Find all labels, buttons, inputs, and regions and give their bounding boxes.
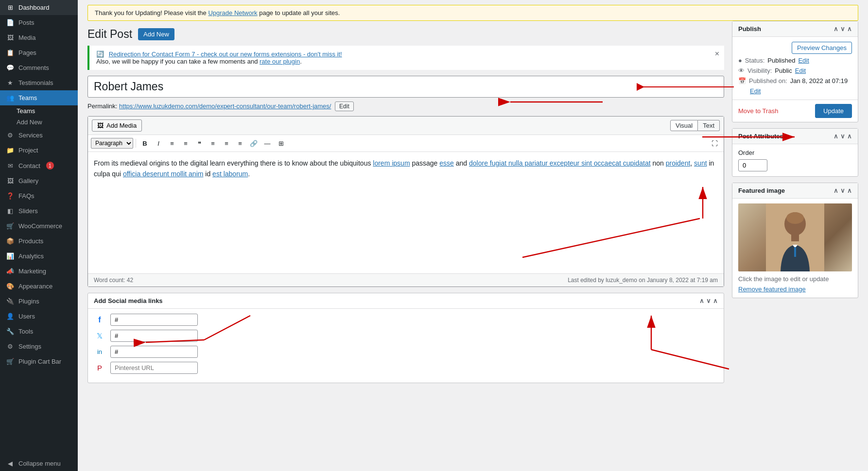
ol-button[interactable]: ≡ xyxy=(179,137,192,150)
preview-changes-button[interactable]: Preview Changes xyxy=(792,42,852,54)
align-center-button[interactable]: ≡ xyxy=(220,137,233,150)
collapse-menu[interactable]: ◀ Collapse menu xyxy=(0,456,78,471)
visibility-icon: 👁 xyxy=(738,67,745,74)
chevron-up-icon: ∧ xyxy=(699,297,704,304)
paragraph-select[interactable]: Paragraph Heading 1 Heading 2 xyxy=(91,138,133,149)
sidebar-item-posts[interactable]: 📄 Posts xyxy=(0,15,78,30)
post-title-input[interactable] xyxy=(87,76,724,98)
rate-plugin-link[interactable]: rate our plugin xyxy=(260,58,300,65)
add-new-button[interactable]: Add New xyxy=(138,28,174,40)
blockquote-button[interactable]: ❝ xyxy=(193,137,206,150)
post-attributes-icons[interactable]: ∧ ∨ ∧ xyxy=(833,133,852,140)
sidebar-item-pages[interactable]: 📋 Pages xyxy=(0,45,78,60)
align-left-button[interactable]: ≡ xyxy=(207,137,219,150)
sidebar-item-tools[interactable]: 🔧 Tools xyxy=(0,324,78,339)
post-attr-close: ∧ xyxy=(847,133,852,140)
sidebar-sub-teams[interactable]: Teams xyxy=(0,105,78,117)
sidebar-item-appearance[interactable]: 🎨 Appearance xyxy=(0,279,78,294)
published-edit-link[interactable]: Edit xyxy=(750,87,761,95)
plugin-notice-link[interactable]: Redirection for Contact Form 7 - check o… xyxy=(109,50,342,58)
sidebar-item-plugins[interactable]: 🔌 Plugins xyxy=(0,294,78,309)
sidebar-item-marketing[interactable]: 📣 Marketing xyxy=(0,264,78,279)
sidebar-item-dashboard[interactable]: ⊞ Dashboard xyxy=(0,0,78,15)
update-button[interactable]: Update xyxy=(815,104,852,118)
hr-button[interactable]: — xyxy=(261,137,274,150)
order-input[interactable] xyxy=(738,159,767,171)
plugin-cart-bar-icon: 🛒 xyxy=(6,358,15,365)
analytics-icon: 📊 xyxy=(6,252,15,260)
sidebar-item-media[interactable]: 🖼 Media xyxy=(0,30,78,45)
visibility-edit-link[interactable]: Edit xyxy=(795,67,806,74)
tab-text[interactable]: Text xyxy=(698,120,720,131)
dolore-link[interactable]: dolore fugiat nulla pariatur excepteur s… xyxy=(469,159,651,167)
link-button[interactable]: 🔗 xyxy=(247,137,260,150)
ul-button[interactable]: ≡ xyxy=(166,137,178,150)
featured-image-icons[interactable]: ∧ ∨ ∧ xyxy=(833,187,852,194)
add-media-button[interactable]: 🖼 Add Media xyxy=(92,119,142,132)
linkedin-input[interactable] xyxy=(110,346,198,358)
move-trash-link[interactable]: Move to Trash xyxy=(738,107,778,115)
products-icon: 📦 xyxy=(6,237,15,245)
featured-image-img[interactable] xyxy=(738,203,852,271)
featured-image-header: Featured image ∧ ∨ ∧ xyxy=(732,183,858,199)
plugin-notice-close[interactable]: × xyxy=(715,50,719,58)
post-attributes-title: Post Attributes xyxy=(738,133,783,140)
italic-button[interactable]: I xyxy=(152,137,165,150)
featured-image-title: Featured image xyxy=(738,187,785,194)
sidebar-item-project[interactable]: 📁 Project xyxy=(0,143,78,158)
sidebar-item-analytics[interactable]: 📊 Analytics xyxy=(0,249,78,264)
fullscreen-button[interactable]: ⛶ xyxy=(708,137,721,150)
sidebar-item-users[interactable]: 👤 Users xyxy=(0,309,78,324)
tools-icon: 🔧 xyxy=(6,328,15,335)
pinterest-input[interactable] xyxy=(110,362,198,374)
upgrade-network-link[interactable]: Upgrade Network xyxy=(208,9,257,17)
sidebar-item-services[interactable]: ⚙ Services xyxy=(0,128,78,143)
sidebar-item-woocommerce[interactable]: 🛒 WooCommerce xyxy=(0,219,78,234)
pinterest-icon: P xyxy=(94,364,105,372)
featured-image-box: Featured image ∧ ∨ ∧ xyxy=(732,183,858,298)
sidebar-item-testimonials[interactable]: ★ Testimonials xyxy=(0,75,78,90)
lorem-ipsum-link[interactable]: lorem ipsum xyxy=(373,159,410,167)
esse-link[interactable]: esse xyxy=(439,159,454,167)
sidebar-item-gallery[interactable]: 🖼 Gallery xyxy=(0,173,78,188)
sidebar-item-settings[interactable]: ⚙ Settings xyxy=(0,339,78,354)
sidebar-sub-add-new[interactable]: Add New xyxy=(0,117,78,128)
publish-chevron-up: ∧ xyxy=(833,25,838,33)
project-icon: 📁 xyxy=(6,147,15,154)
est-laborum-link[interactable]: est laborum xyxy=(212,170,248,178)
plugin-notice-icon: 🔄 xyxy=(96,50,104,58)
permalink-edit-button[interactable]: Edit xyxy=(335,101,354,111)
toggle-expand-icon: ∧ xyxy=(713,297,718,304)
sidebar-item-products[interactable]: 📦 Products xyxy=(0,234,78,249)
sidebar-item-contact[interactable]: ✉ Contact 1 xyxy=(0,158,78,173)
services-icon: ⚙ xyxy=(6,132,15,139)
officia-link[interactable]: officia deserunt mollit anim xyxy=(123,170,203,178)
sidebar-item-faqs[interactable]: ❓ FAQs xyxy=(0,188,78,203)
proident-link[interactable]: proident xyxy=(666,159,691,167)
social-links-toggle[interactable]: ∧ ∨ ∧ xyxy=(699,297,718,304)
teams-icon: 👥 xyxy=(6,94,15,101)
twitter-row: 𝕏 xyxy=(94,330,718,342)
bold-button[interactable]: B xyxy=(139,137,151,150)
appearance-icon: 🎨 xyxy=(6,283,15,290)
facebook-input[interactable] xyxy=(110,314,198,326)
publish-header-icons[interactable]: ∧ ∨ ∧ xyxy=(833,25,852,33)
sidebar-item-sliders[interactable]: ◧ Sliders xyxy=(0,203,78,219)
sunt-link[interactable]: sunt xyxy=(694,159,707,167)
editor-content[interactable]: From its medieval origins to the digital… xyxy=(88,152,724,273)
status-edit-link[interactable]: Edit xyxy=(798,57,809,64)
permalink-url[interactable]: https://www.luzukdemo.com/demo/expert-co… xyxy=(119,102,331,110)
tab-visual[interactable]: Visual xyxy=(670,120,698,131)
update-notice: Thank you for Updating! Please visit the… xyxy=(87,5,858,21)
svg-point-4 xyxy=(786,212,804,224)
permalink-row: Permalink: https://www.luzukdemo.com/dem… xyxy=(87,101,724,111)
twitter-input[interactable] xyxy=(110,330,198,342)
table-button[interactable]: ⊞ xyxy=(275,137,287,150)
svg-rect-5 xyxy=(791,235,799,241)
align-right-button[interactable]: ≡ xyxy=(234,137,246,150)
sidebar-item-comments[interactable]: 💬 Comments xyxy=(0,60,78,75)
remove-featured-image-link[interactable]: Remove featured image xyxy=(738,286,806,293)
featured-img-close: ∧ xyxy=(847,187,852,194)
sidebar-item-plugin-cart-bar[interactable]: 🛒 Plugin Cart Bar xyxy=(0,354,78,369)
sidebar-item-teams[interactable]: 👥 Teams xyxy=(0,90,78,105)
